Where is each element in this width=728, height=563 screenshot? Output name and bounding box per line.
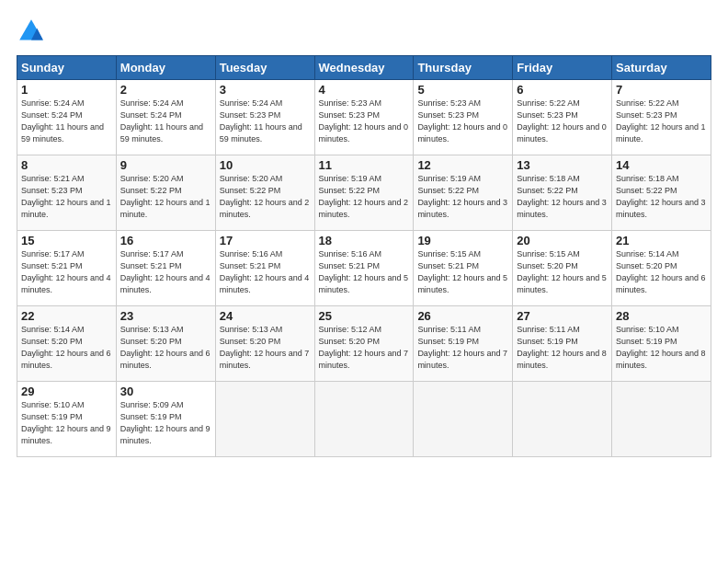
page: Sunday Monday Tuesday Wednesday Thursday… xyxy=(0,0,728,563)
day-info: Sunrise: 5:13 AMSunset: 5:20 PMDaylight:… xyxy=(220,324,311,372)
day-info: Sunrise: 5:22 AMSunset: 5:23 PMDaylight:… xyxy=(517,98,608,145)
calendar-cell: 5Sunrise: 5:23 AMSunset: 5:23 PMDaylight… xyxy=(414,80,513,155)
header-sunday: Sunday xyxy=(17,56,117,80)
day-info: Sunrise: 5:22 AMSunset: 5:23 PMDaylight:… xyxy=(616,98,707,145)
calendar-week-2: 15Sunrise: 5:17 AMSunset: 5:21 PMDayligh… xyxy=(17,231,711,306)
calendar-cell: 8Sunrise: 5:21 AMSunset: 5:23 PMDaylight… xyxy=(17,155,117,231)
calendar-cell xyxy=(612,382,711,457)
calendar-cell: 27Sunrise: 5:11 AMSunset: 5:19 PMDayligh… xyxy=(513,306,612,382)
header-friday: Friday xyxy=(513,56,612,80)
calendar-cell xyxy=(513,382,612,457)
day-number: 25 xyxy=(319,309,410,323)
day-info: Sunrise: 5:19 AMSunset: 5:22 PMDaylight:… xyxy=(319,173,410,221)
day-number: 2 xyxy=(120,83,211,97)
calendar-cell: 12Sunrise: 5:19 AMSunset: 5:22 PMDayligh… xyxy=(414,155,513,231)
day-number: 11 xyxy=(319,158,410,172)
day-info: Sunrise: 5:23 AMSunset: 5:23 PMDaylight:… xyxy=(319,98,410,145)
day-number: 26 xyxy=(417,309,508,323)
calendar-cell: 7Sunrise: 5:22 AMSunset: 5:23 PMDaylight… xyxy=(612,80,711,155)
header xyxy=(17,17,711,46)
calendar-week-4: 29Sunrise: 5:10 AMSunset: 5:19 PMDayligh… xyxy=(17,382,711,457)
day-number: 6 xyxy=(517,83,608,97)
day-info: Sunrise: 5:16 AMSunset: 5:21 PMDaylight:… xyxy=(319,248,410,296)
calendar-cell: 21Sunrise: 5:14 AMSunset: 5:20 PMDayligh… xyxy=(612,231,711,306)
calendar-cell: 10Sunrise: 5:20 AMSunset: 5:22 PMDayligh… xyxy=(215,155,314,231)
day-info: Sunrise: 5:20 AMSunset: 5:22 PMDaylight:… xyxy=(220,173,311,221)
calendar-cell xyxy=(314,382,414,457)
day-info: Sunrise: 5:24 AMSunset: 5:23 PMDaylight:… xyxy=(220,98,311,145)
day-number: 24 xyxy=(220,309,311,323)
day-info: Sunrise: 5:21 AMSunset: 5:23 PMDaylight:… xyxy=(21,173,112,221)
header-tuesday: Tuesday xyxy=(215,56,314,80)
day-number: 30 xyxy=(120,385,211,398)
calendar-cell: 25Sunrise: 5:12 AMSunset: 5:20 PMDayligh… xyxy=(314,306,414,382)
day-info: Sunrise: 5:14 AMSunset: 5:20 PMDaylight:… xyxy=(616,248,707,296)
weekday-header-row: Sunday Monday Tuesday Wednesday Thursday… xyxy=(17,56,711,80)
calendar-cell: 11Sunrise: 5:19 AMSunset: 5:22 PMDayligh… xyxy=(314,155,414,231)
day-number: 13 xyxy=(517,158,608,172)
calendar-cell: 16Sunrise: 5:17 AMSunset: 5:21 PMDayligh… xyxy=(116,231,215,306)
calendar-cell: 13Sunrise: 5:18 AMSunset: 5:22 PMDayligh… xyxy=(513,155,612,231)
calendar-cell: 19Sunrise: 5:15 AMSunset: 5:21 PMDayligh… xyxy=(414,231,513,306)
day-number: 29 xyxy=(21,385,112,398)
day-number: 15 xyxy=(21,234,112,247)
header-thursday: Thursday xyxy=(414,56,513,80)
calendar-cell: 15Sunrise: 5:17 AMSunset: 5:21 PMDayligh… xyxy=(17,231,117,306)
day-info: Sunrise: 5:20 AMSunset: 5:22 PMDaylight:… xyxy=(120,173,211,221)
day-number: 14 xyxy=(616,158,707,172)
calendar-cell: 17Sunrise: 5:16 AMSunset: 5:21 PMDayligh… xyxy=(215,231,314,306)
day-info: Sunrise: 5:13 AMSunset: 5:20 PMDaylight:… xyxy=(120,324,211,372)
calendar-cell: 18Sunrise: 5:16 AMSunset: 5:21 PMDayligh… xyxy=(314,231,414,306)
day-info: Sunrise: 5:11 AMSunset: 5:19 PMDaylight:… xyxy=(417,324,508,372)
day-info: Sunrise: 5:12 AMSunset: 5:20 PMDaylight:… xyxy=(319,324,410,372)
calendar-cell: 1Sunrise: 5:24 AMSunset: 5:24 PMDaylight… xyxy=(17,80,117,155)
day-number: 5 xyxy=(417,83,508,97)
day-number: 10 xyxy=(220,158,311,172)
day-number: 28 xyxy=(616,309,707,323)
calendar-week-3: 22Sunrise: 5:14 AMSunset: 5:20 PMDayligh… xyxy=(17,306,711,382)
calendar-cell: 28Sunrise: 5:10 AMSunset: 5:19 PMDayligh… xyxy=(612,306,711,382)
calendar-cell: 6Sunrise: 5:22 AMSunset: 5:23 PMDaylight… xyxy=(513,80,612,155)
day-info: Sunrise: 5:14 AMSunset: 5:20 PMDaylight:… xyxy=(21,324,112,372)
calendar-table: Sunday Monday Tuesday Wednesday Thursday… xyxy=(17,55,711,457)
calendar-week-0: 1Sunrise: 5:24 AMSunset: 5:24 PMDaylight… xyxy=(17,80,711,155)
day-number: 22 xyxy=(21,309,112,323)
day-number: 12 xyxy=(417,158,508,172)
calendar-cell: 24Sunrise: 5:13 AMSunset: 5:20 PMDayligh… xyxy=(215,306,314,382)
day-info: Sunrise: 5:17 AMSunset: 5:21 PMDaylight:… xyxy=(21,248,112,296)
day-number: 21 xyxy=(616,234,707,247)
day-number: 16 xyxy=(120,234,211,247)
day-number: 7 xyxy=(616,83,707,97)
day-number: 4 xyxy=(319,83,410,97)
calendar-cell: 23Sunrise: 5:13 AMSunset: 5:20 PMDayligh… xyxy=(116,306,215,382)
day-info: Sunrise: 5:09 AMSunset: 5:19 PMDaylight:… xyxy=(120,399,211,447)
calendar-cell: 2Sunrise: 5:24 AMSunset: 5:24 PMDaylight… xyxy=(116,80,215,155)
calendar-cell: 22Sunrise: 5:14 AMSunset: 5:20 PMDayligh… xyxy=(17,306,117,382)
calendar-cell: 3Sunrise: 5:24 AMSunset: 5:23 PMDaylight… xyxy=(215,80,314,155)
calendar-cell xyxy=(414,382,513,457)
day-number: 23 xyxy=(120,309,211,323)
calendar-cell: 26Sunrise: 5:11 AMSunset: 5:19 PMDayligh… xyxy=(414,306,513,382)
day-info: Sunrise: 5:23 AMSunset: 5:23 PMDaylight:… xyxy=(417,98,508,145)
calendar-cell: 9Sunrise: 5:20 AMSunset: 5:22 PMDaylight… xyxy=(116,155,215,231)
calendar-cell: 14Sunrise: 5:18 AMSunset: 5:22 PMDayligh… xyxy=(612,155,711,231)
day-info: Sunrise: 5:10 AMSunset: 5:19 PMDaylight:… xyxy=(616,324,707,372)
day-info: Sunrise: 5:15 AMSunset: 5:21 PMDaylight:… xyxy=(417,248,508,296)
calendar-week-1: 8Sunrise: 5:21 AMSunset: 5:23 PMDaylight… xyxy=(17,155,711,231)
day-number: 9 xyxy=(120,158,211,172)
day-number: 18 xyxy=(319,234,410,247)
day-info: Sunrise: 5:16 AMSunset: 5:21 PMDaylight:… xyxy=(220,248,311,296)
day-info: Sunrise: 5:24 AMSunset: 5:24 PMDaylight:… xyxy=(21,98,112,145)
day-info: Sunrise: 5:11 AMSunset: 5:19 PMDaylight:… xyxy=(517,324,608,372)
day-info: Sunrise: 5:15 AMSunset: 5:20 PMDaylight:… xyxy=(517,248,608,296)
calendar-cell xyxy=(215,382,314,457)
header-wednesday: Wednesday xyxy=(314,56,414,80)
day-number: 27 xyxy=(517,309,608,323)
header-saturday: Saturday xyxy=(612,56,711,80)
day-number: 19 xyxy=(417,234,508,247)
day-info: Sunrise: 5:17 AMSunset: 5:21 PMDaylight:… xyxy=(120,248,211,296)
day-number: 20 xyxy=(517,234,608,247)
header-monday: Monday xyxy=(116,56,215,80)
calendar-cell: 29Sunrise: 5:10 AMSunset: 5:19 PMDayligh… xyxy=(17,382,117,457)
logo-icon xyxy=(17,17,46,46)
